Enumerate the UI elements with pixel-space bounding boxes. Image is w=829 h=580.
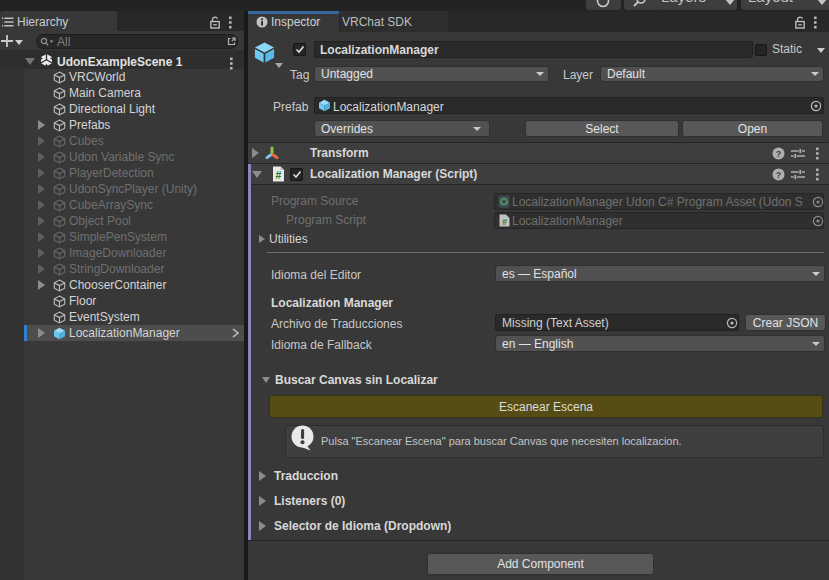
svg-text:#: #	[502, 217, 507, 227]
svg-text:?: ?	[776, 149, 782, 159]
svg-text:#: #	[276, 169, 282, 181]
svg-text:?: ?	[776, 170, 782, 180]
